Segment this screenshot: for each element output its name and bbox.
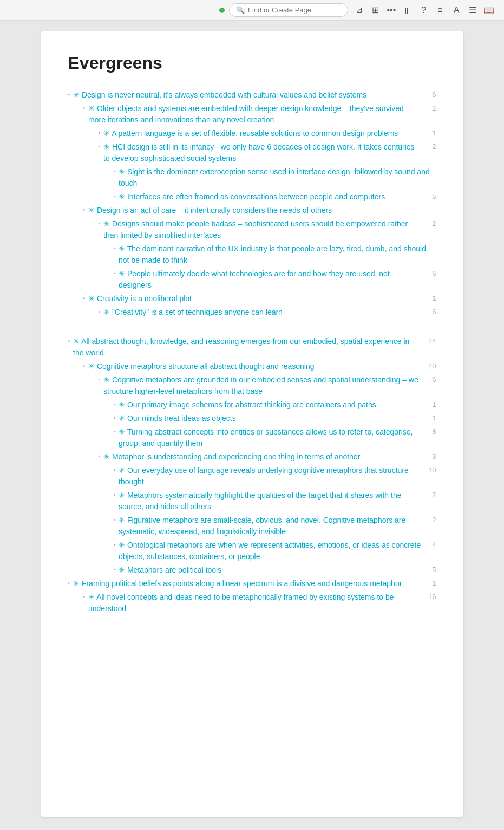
outline-left: •✳ Our primary image schemas for abstrac… [114, 399, 421, 411]
outline-left: •✳ A pattern language is a set of flexib… [99, 128, 421, 139]
outline-left: •✳ HCI design is still in its infancy - … [99, 141, 421, 164]
outline-row: •✳ Older objects and systems are embedde… [83, 103, 436, 126]
item-text[interactable]: ✳ Design is never neutral, it's always e… [73, 89, 366, 101]
outline-left: •✳ Design is an act of care – it intenti… [83, 205, 436, 216]
item-text[interactable]: ✳ Metaphors are political tools [119, 565, 221, 576]
outline-left: •✳ People ultimately decide what technol… [114, 268, 421, 291]
outline-item: •✳ "Creativity" is a set of techniques a… [68, 307, 436, 318]
outline-left: •✳ Interfaces are often framed as conver… [114, 191, 421, 203]
outline-left: •✳ Older objects and systems are embedde… [83, 103, 421, 126]
item-text[interactable]: ✳ Older objects and systems are embedded… [88, 103, 421, 126]
item-count: 2 [426, 516, 436, 524]
item-text[interactable]: ✳ Our primary image schemas for abstract… [119, 399, 376, 411]
item-text[interactable]: ✳ Designs should make people badass – so… [103, 218, 421, 241]
outline-left: •✳ All abstract thought, knowledge, and … [68, 336, 421, 359]
item-text[interactable]: ✳ Framing political beliefs as points al… [73, 578, 402, 589]
outline-row: •✳ Ontological metaphors are when we rep… [114, 540, 436, 562]
section-divider [68, 327, 436, 327]
item-count: 24 [426, 337, 436, 345]
filter-icon[interactable]: ⊿ [352, 4, 365, 17]
book-icon[interactable]: 📖 [482, 4, 495, 17]
outline-item: •✳ Metaphors systematically highlight th… [68, 490, 436, 513]
bullet-icon: • [83, 295, 86, 301]
item-text[interactable]: ✳ Turning abstract concepts into entitie… [119, 426, 421, 449]
item-text[interactable]: ✳ Cognitive metaphors are grounded in ou… [103, 374, 421, 397]
outline-row: •✳ Framing political beliefs as points a… [68, 578, 436, 589]
item-count: 8 [426, 427, 436, 436]
outline-item: •✳ Older objects and systems are embedde… [68, 103, 436, 126]
text-icon[interactable]: A [450, 4, 463, 17]
outline-item: •✳ Creativity is a neoliberal plot1 [68, 293, 436, 304]
item-text[interactable]: ✳ Figurative metaphors are small-scale, … [119, 515, 421, 537]
bullet-icon: • [68, 92, 70, 98]
toolbar: 🔍 ⊿ ⊞ ••• ⫼ ? ≡ A ☰ 📖 [0, 0, 504, 21]
bullet-icon: • [68, 580, 70, 586]
bullet-icon: • [114, 517, 116, 523]
outline-row: •✳ Design is an act of care – it intenti… [83, 205, 436, 216]
bullet-list-icon[interactable]: ☰ [466, 4, 479, 17]
item-text[interactable]: ✳ All abstract thought, knowledge, and r… [73, 336, 421, 359]
item-text[interactable]: ✳ Ontological metaphors are when we repr… [119, 540, 421, 562]
item-count: 3 [426, 452, 436, 461]
page-title: Evergreens [68, 53, 436, 73]
item-text[interactable]: ✳ Metaphors systematically highlight the… [119, 490, 421, 513]
item-text[interactable]: ✳ "Creativity" is a set of techniques an… [103, 307, 283, 318]
help-icon[interactable]: ? [417, 4, 430, 17]
outline-left: •✳ Ontological metaphors are when we rep… [114, 540, 421, 562]
outline-row: •✳ Sight is the dominant exteroception s… [114, 166, 436, 189]
bullet-icon: • [99, 377, 101, 382]
outline-left: •✳ Designs should make people badass – s… [99, 218, 421, 241]
outline-row: •✳ Cognitive metaphors structure all abs… [83, 361, 436, 372]
item-text[interactable]: ✳ Metaphor is understanding and experien… [103, 451, 360, 463]
item-text[interactable]: ✳ Design is an act of care – it intentio… [88, 205, 332, 216]
columns-icon[interactable]: ⫼ [401, 4, 414, 17]
bullet-icon: • [114, 492, 116, 498]
item-text[interactable]: ✳ The dominant narrative of the UX indus… [119, 243, 436, 266]
toolbar-icons: ⊿ ⊞ ••• ⫼ ? ≡ A ☰ 📖 [352, 4, 495, 17]
outline-item: •✳ Ontological metaphors are when we rep… [68, 540, 436, 562]
bullet-icon: • [114, 245, 116, 251]
bullet-icon: • [114, 415, 116, 421]
status-dot [219, 8, 225, 13]
outline-item: •✳ Sight is the dominant exteroception s… [68, 166, 436, 189]
calendar-icon[interactable]: ⊞ [369, 4, 382, 17]
outline-left: •✳ Sight is the dominant exteroception s… [114, 166, 436, 189]
item-text[interactable]: ✳ Sight is the dominant exteroception se… [119, 166, 436, 189]
outline-left: •✳ "Creativity" is a set of techniques a… [99, 307, 421, 318]
item-text[interactable]: ✳ Our everyday use of language reveals u… [119, 465, 421, 488]
item-text[interactable]: ✳ People ultimately decide what technolo… [119, 268, 421, 291]
item-count: 2 [426, 491, 436, 499]
outline-row: •✳ A pattern language is a set of flexib… [99, 128, 436, 139]
outline-row: •✳ Interfaces are often framed as conver… [114, 191, 436, 203]
item-text[interactable]: ✳ Cognitive metaphors structure all abst… [88, 361, 314, 372]
outline-item: •✳ Design is never neutral, it's always … [68, 89, 436, 101]
item-text[interactable]: ✳ Interfaces are often framed as convers… [119, 191, 385, 203]
search-input[interactable] [248, 6, 341, 14]
outline-left: •✳ Our minds treat ideas as objects [114, 413, 421, 424]
list-icon[interactable]: ≡ [434, 4, 447, 17]
item-count: 2 [426, 219, 436, 228]
item-text[interactable]: ✳ All novel concepts and ideas need to b… [88, 592, 421, 614]
item-count: 6 [426, 375, 436, 384]
bullet-icon: • [114, 193, 116, 199]
item-text[interactable]: ✳ Our minds treat ideas as objects [119, 413, 236, 424]
item-count: 1 [426, 400, 436, 408]
bullet-icon: • [114, 270, 116, 276]
outline-item: •✳ Cognitive metaphors are grounded in o… [68, 374, 436, 397]
item-text[interactable]: ✳ A pattern language is a set of flexibl… [103, 128, 398, 139]
outline-item: •✳ Figurative metaphors are small-scale,… [68, 515, 436, 537]
outline-left: •✳ Figurative metaphors are small-scale,… [114, 515, 421, 537]
search-icon: 🔍 [236, 6, 245, 14]
bullet-icon: • [99, 221, 101, 226]
outline-row: •✳ Design is never neutral, it's always … [68, 89, 436, 101]
outline-left: •✳ Creativity is a neoliberal plot [83, 293, 421, 304]
item-text[interactable]: ✳ HCI design is still in its infancy - w… [103, 141, 421, 164]
item-count: 1 [426, 579, 436, 587]
item-text[interactable]: ✳ Creativity is a neoliberal plot [88, 293, 192, 304]
item-count: 5 [426, 192, 436, 200]
outline-item: •✳ Design is an act of care – it intenti… [68, 205, 436, 216]
outline-row: •✳ Metaphors are political tools5 [114, 565, 436, 576]
search-bar[interactable]: 🔍 [229, 3, 348, 17]
more-icon[interactable]: ••• [385, 4, 398, 17]
item-count: 4 [426, 541, 436, 549]
